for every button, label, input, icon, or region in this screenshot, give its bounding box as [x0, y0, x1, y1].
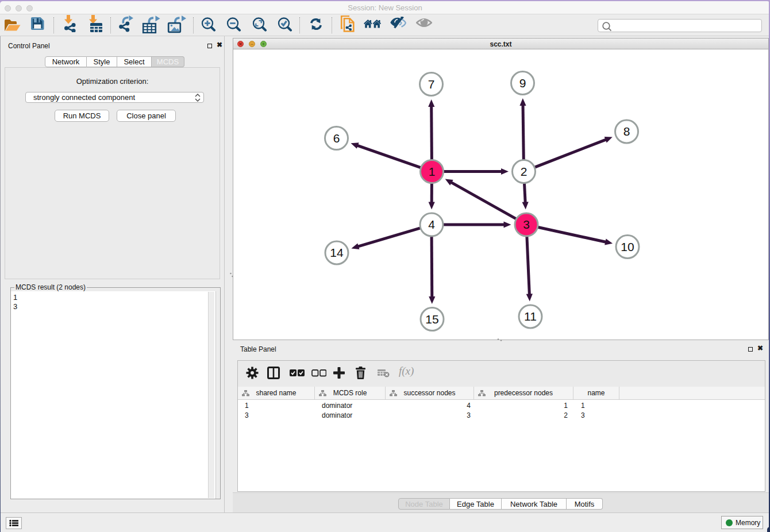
svg-text:6: 6	[333, 132, 340, 145]
svg-text:3: 3	[523, 218, 530, 231]
svg-text:11: 11	[524, 310, 537, 323]
svg-text:9: 9	[519, 76, 526, 90]
svg-text:4: 4	[428, 218, 435, 231]
svg-text:14: 14	[330, 246, 344, 259]
svg-text:1: 1	[429, 165, 436, 178]
svg-text:8: 8	[623, 125, 630, 138]
svg-text:15: 15	[425, 313, 438, 326]
svg-text:7: 7	[428, 78, 435, 91]
svg-text:10: 10	[621, 240, 634, 253]
svg-text:2: 2	[521, 165, 528, 178]
